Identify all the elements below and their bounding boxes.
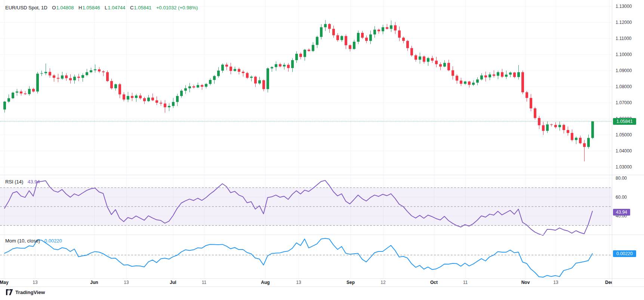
axis-tick-label: 1.11000 (616, 36, 632, 41)
symbol-legend[interactable]: EUR/USD Spot, 1D O1.04808 H1.05846 L1.04… (5, 5, 198, 10)
time-axis-label: May (0, 280, 9, 285)
ohlc-close-key: C (130, 5, 133, 10)
tradingview-logo[interactable]: TradingView (6, 289, 45, 295)
price-scale-axis[interactable] (612, 0, 644, 287)
axis-tick-label: 1.03000 (616, 164, 632, 170)
time-axis-label: Jun (90, 280, 98, 285)
ohlc-high-value: 1.05846 (82, 5, 100, 10)
axis-tick-label: 1.04000 (616, 148, 632, 154)
time-axis-label: Jul (170, 280, 176, 285)
time-axis-label: 11 (202, 280, 206, 285)
time-axis-label: 13 (33, 280, 37, 285)
rsi-legend[interactable]: RSI (14) 43.94 (5, 179, 40, 185)
time-axis-label: Aug (261, 280, 269, 285)
pane-separator-mom[interactable] (0, 235, 644, 235)
axis-tick-label: 1.12000 (616, 20, 632, 25)
ohlc-low-value: 1.04744 (108, 5, 125, 10)
time-axis-label: Oct (430, 280, 438, 285)
time-axis-label: 12 (380, 280, 385, 285)
chart-canvas[interactable] (0, 0, 644, 287)
rsi-value-badge: 43.94 (613, 209, 630, 216)
axis-tick-label: 1.09000 (616, 68, 632, 73)
time-axis-label: 13 (124, 280, 129, 285)
rsi-legend-name[interactable]: RSI (14) (5, 179, 23, 185)
ohlc-close-value: 1.05841 (134, 5, 151, 10)
tradingview-logo-icon (6, 289, 13, 295)
time-axis-label: 13 (296, 280, 301, 285)
ohlc-open-value: 1.04808 (56, 5, 74, 10)
time-axis-label: 13 (553, 280, 558, 285)
mom-value-badge: 0.00220 (613, 250, 636, 257)
time-axis-label: Nov (521, 280, 530, 285)
change-value: +0.01032 (+0.98%) (156, 5, 198, 10)
ohlc-open-key: O (52, 5, 56, 10)
mom-legend[interactable]: Mom (10, close) 0.00220 (5, 238, 62, 244)
axis-tick-label: 60.00 (616, 195, 627, 200)
mom-legend-value: 0.00220 (44, 238, 62, 244)
axis-tick-label: 80.00 (616, 176, 627, 181)
ohlc-high-key: H (78, 5, 82, 10)
time-axis-label: 11 (463, 280, 468, 285)
pane-separator-rsi[interactable] (0, 175, 644, 175)
time-axis-separator (0, 278, 644, 279)
time-axis-label: Sep (346, 280, 355, 285)
rsi-legend-value: 43.94 (28, 179, 40, 185)
time-axis[interactable]: May13Jun13Jul11Aug13Sep12Oct11Nov13Dec (0, 278, 612, 287)
axis-tick-label: 1.05000 (616, 132, 632, 137)
axis-tick-label: 1.13000 (616, 4, 632, 9)
tradingview-logo-text: TradingView (15, 290, 45, 295)
time-axis-label: Dec (605, 280, 612, 285)
last-price-badge: 1.05841 (613, 118, 636, 125)
symbol-title[interactable]: EUR/USD Spot, 1D (5, 5, 47, 10)
ohlc-low-key: L (105, 5, 107, 10)
tradingview-chart-app: EUR/USD Spot, 1D O1.04808 H1.05846 L1.04… (0, 0, 644, 300)
axis-tick-label: 1.07000 (616, 100, 632, 105)
axis-tick-label: 1.10000 (616, 52, 632, 57)
bottom-border (0, 287, 644, 287)
axis-tick-label: 1.08000 (616, 84, 632, 89)
mom-legend-name[interactable]: Mom (10, close) (5, 238, 40, 244)
